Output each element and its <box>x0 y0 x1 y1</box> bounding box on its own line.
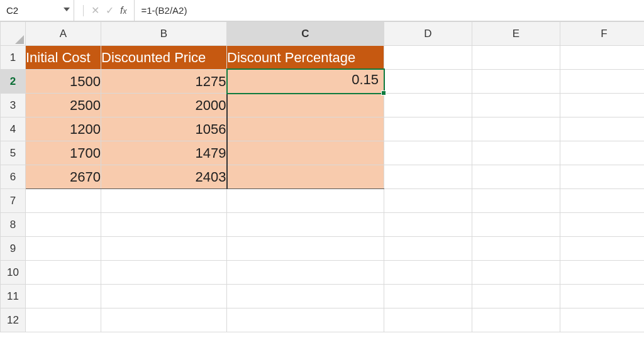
cell-C1[interactable]: Discount Percentage <box>227 46 384 70</box>
cell-E12[interactable] <box>472 308 560 332</box>
cell-D10[interactable] <box>384 261 472 285</box>
cell-B5[interactable]: 1479 <box>101 141 227 165</box>
cell-B1[interactable]: Discounted Price <box>101 46 227 70</box>
cell-A7[interactable] <box>26 189 101 213</box>
cell-E3[interactable] <box>472 94 560 117</box>
cell-B6[interactable]: 2403 <box>101 165 227 189</box>
cell-E10[interactable] <box>472 261 560 285</box>
cell-B11[interactable] <box>101 285 227 308</box>
row-header-3[interactable]: 3 <box>1 94 26 117</box>
cell-F6[interactable] <box>560 165 645 189</box>
cell-C4[interactable] <box>227 117 384 141</box>
row-header-4[interactable]: 4 <box>1 117 26 141</box>
row-header-8[interactable]: 8 <box>1 213 26 237</box>
cell-E2[interactable] <box>472 70 560 94</box>
cell-A10[interactable] <box>26 261 101 285</box>
cell-A12[interactable] <box>26 308 101 332</box>
cell-F1[interactable] <box>560 46 645 70</box>
row-header-5[interactable]: 5 <box>1 141 26 165</box>
cell-B3[interactable]: 2000 <box>101 94 227 117</box>
cell-E7[interactable] <box>472 189 560 213</box>
cell-D8[interactable] <box>384 213 472 237</box>
cell-D7[interactable] <box>384 189 472 213</box>
cell-B9[interactable] <box>101 237 227 261</box>
cell-E4[interactable] <box>472 117 560 141</box>
fx-icon[interactable]: fx <box>120 5 126 16</box>
cell-C12[interactable] <box>227 308 384 332</box>
cell-C5[interactable] <box>227 141 384 165</box>
cell-F2[interactable] <box>560 70 645 94</box>
cell-E1[interactable] <box>472 46 560 70</box>
cell-D4[interactable] <box>384 117 472 141</box>
cell-B7[interactable] <box>101 189 227 213</box>
cell-A1[interactable]: Initial Cost <box>26 46 101 70</box>
cell-A5[interactable]: 1700 <box>26 141 101 165</box>
cell-F5[interactable] <box>560 141 645 165</box>
cell-E6[interactable] <box>472 165 560 189</box>
cell-A4[interactable]: 1200 <box>26 117 101 141</box>
cell-C3[interactable] <box>227 94 384 117</box>
col-header-C[interactable]: C <box>227 22 384 46</box>
row-header-9[interactable]: 9 <box>1 237 26 261</box>
cell-D11[interactable] <box>384 285 472 308</box>
cell-C6[interactable] <box>227 165 384 189</box>
cell-D2[interactable] <box>384 70 472 94</box>
cell-F7[interactable] <box>560 189 645 213</box>
cell-A11[interactable] <box>26 285 101 308</box>
cell-A6[interactable]: 2670 <box>26 165 101 189</box>
cell-A8[interactable] <box>26 213 101 237</box>
cell-E9[interactable] <box>472 237 560 261</box>
cell-F12[interactable] <box>560 308 645 332</box>
cell-B4[interactable]: 1056 <box>101 117 227 141</box>
cell-C10[interactable] <box>227 261 384 285</box>
cell-D1[interactable] <box>384 46 472 70</box>
column-header-row: A B C D E F <box>1 22 645 46</box>
cell-D12[interactable] <box>384 308 472 332</box>
chevron-down-icon[interactable] <box>64 8 70 14</box>
cell-B12[interactable] <box>101 308 227 332</box>
confirm-icon[interactable]: ✓ <box>106 4 114 16</box>
cell-C8[interactable] <box>227 213 384 237</box>
cell-F3[interactable] <box>560 94 645 117</box>
name-box[interactable]: C2 <box>0 0 74 21</box>
cell-F9[interactable] <box>560 237 645 261</box>
spreadsheet-grid[interactable]: A B C D E F 1 Initial Cost Discounted Pr… <box>0 21 644 332</box>
col-header-A[interactable]: A <box>26 22 101 46</box>
cell-A3[interactable]: 2500 <box>26 94 101 117</box>
cell-D3[interactable] <box>384 94 472 117</box>
cell-E5[interactable] <box>472 141 560 165</box>
cell-F11[interactable] <box>560 285 645 308</box>
cell-D5[interactable] <box>384 141 472 165</box>
row-header-12[interactable]: 12 <box>1 308 26 332</box>
select-all-corner[interactable] <box>1 22 26 46</box>
col-header-F[interactable]: F <box>560 22 645 46</box>
row-header-10[interactable]: 10 <box>1 261 26 285</box>
col-header-B[interactable]: B <box>101 22 227 46</box>
cell-E11[interactable] <box>472 285 560 308</box>
col-header-E[interactable]: E <box>472 22 560 46</box>
cell-F4[interactable] <box>560 117 645 141</box>
cell-C11[interactable] <box>227 285 384 308</box>
cell-E8[interactable] <box>472 213 560 237</box>
cell-B8[interactable] <box>101 213 227 237</box>
col-header-D[interactable]: D <box>384 22 472 46</box>
row-header-7[interactable]: 7 <box>1 189 26 213</box>
fill-handle[interactable] <box>381 90 386 95</box>
cell-D9[interactable] <box>384 237 472 261</box>
cell-A2[interactable]: 1500 <box>26 70 101 94</box>
cell-B10[interactable] <box>101 261 227 285</box>
cancel-icon[interactable]: ✕ <box>91 4 99 16</box>
cell-F10[interactable] <box>560 261 645 285</box>
cell-A9[interactable] <box>26 237 101 261</box>
cell-C9[interactable] <box>227 237 384 261</box>
cell-B2[interactable]: 1275 <box>101 70 227 94</box>
row-header-1[interactable]: 1 <box>1 46 26 70</box>
cell-C2[interactable]: 0.15 <box>227 70 384 94</box>
formula-input[interactable]: =1-(B2/A2) <box>135 0 644 21</box>
row-header-11[interactable]: 11 <box>1 285 26 308</box>
row-header-2[interactable]: 2 <box>1 70 26 94</box>
cell-C7[interactable] <box>227 189 384 213</box>
cell-F8[interactable] <box>560 213 645 237</box>
row-header-6[interactable]: 6 <box>1 165 26 189</box>
cell-D6[interactable] <box>384 165 472 189</box>
